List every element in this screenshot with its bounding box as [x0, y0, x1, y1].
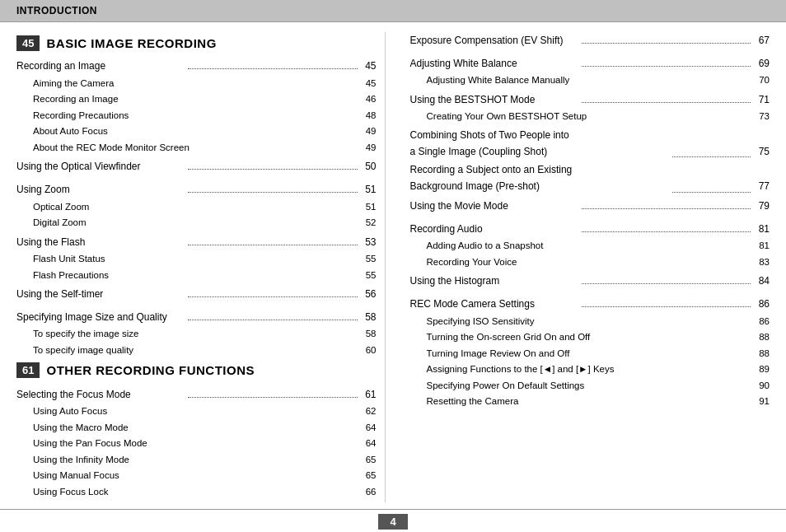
toc-dots [188, 397, 357, 398]
toc-sub-optical-zoom: Optical Zoom 51 [16, 199, 377, 216]
toc-entry-recording-subject: Recording a Subject onto an Existing Bac… [410, 162, 770, 195]
toc-sub-label: About the REC Mode Monitor Screen [33, 140, 360, 156]
toc-entry-focus-mode: Selecting the Focus Mode 61 [16, 386, 377, 404]
toc-entry-self-timer: Using the Self-timer 56 [16, 286, 377, 304]
toc-sub-assign-functions: Assigning Functions to the [◄] and [►] K… [410, 362, 770, 378]
toc-sub-infinity-mode: Using the Infinity Mode 65 [16, 452, 377, 469]
toc-label: Using Zoom [16, 181, 185, 199]
toc-label: REC Mode Camera Settings [410, 296, 579, 314]
toc-sub-page: 52 [360, 215, 377, 231]
toc-sub-label: Flash Unit Status [33, 251, 360, 268]
toc-dots [582, 283, 751, 284]
toc-page: 69 [753, 55, 770, 73]
toc-page: 61 [360, 386, 377, 404]
toc-sub-label: Specifying Power On Default Settings [427, 378, 754, 394]
toc-page: 75 [753, 144, 770, 161]
toc-group-rec-mode-settings: REC Mode Camera Settings 86 Specifying I… [410, 296, 770, 410]
toc-page: 51 [360, 181, 377, 199]
toc-sub-label: Digital Zoom [33, 215, 360, 231]
toc-sub-page: 64 [360, 420, 377, 436]
toc-sub-recording-image: Recording an Image 46 [16, 91, 377, 108]
toc-label: Using the BESTSHOT Mode [410, 91, 579, 110]
toc-label: Using the Self-timer [16, 286, 185, 304]
toc-sub-label: Turning the On-screen Grid On and Off [427, 329, 754, 346]
toc-dots [582, 306, 751, 307]
toc-sub-label: Using Auto Focus [33, 404, 360, 420]
toc-sub-page: 62 [360, 404, 377, 420]
header-label: INTRODUCTION [16, 5, 97, 16]
section-61-title: OTHER RECORDING FUNCTIONS [46, 363, 255, 377]
toc-label: Using the Movie Mode [410, 198, 579, 216]
toc-group-focus: Selecting the Focus Mode 61 Using Auto F… [16, 386, 377, 501]
toc-sub-label: To specify image quality [33, 343, 360, 359]
toc-sub-page: 89 [753, 362, 770, 378]
toc-sub-label: Specifying ISO Sensitivity [427, 314, 754, 330]
toc-sub-power-on-settings: Specifying Power On Default Settings 90 [410, 378, 770, 394]
toc-entry-zoom: Using Zoom 51 [16, 181, 377, 199]
toc-sub-page: 70 [753, 72, 770, 89]
toc-sub-label: Aiming the Camera [33, 76, 360, 92]
toc-group-zoom: Using Zoom 51 Optical Zoom 51 Digital Zo… [16, 181, 377, 231]
toc-sub-label: Turning Image Review On and Off [427, 346, 754, 362]
toc-sub-label: Recording Your Voice [427, 254, 754, 271]
toc-sub-focus-lock: Using Focus Lock 66 [16, 484, 377, 501]
toc-sub-page: 64 [360, 436, 377, 452]
toc-sub-page: 51 [360, 199, 377, 216]
toc-sub-label: Resetting the Camera [427, 394, 754, 410]
toc-dots [188, 169, 357, 170]
toc-label: Using the Flash [16, 234, 185, 252]
toc-page: 79 [753, 198, 770, 216]
section-61-number: 61 [16, 362, 40, 378]
toc-label: Adjusting White Balance [410, 55, 579, 73]
toc-label: Selecting the Focus Mode [16, 386, 185, 404]
toc-entry-histogram: Using the Histogram 84 [410, 273, 770, 291]
toc-dots [188, 320, 357, 320]
toc-sub-macro-mode: Using the Macro Mode 64 [16, 420, 377, 436]
toc-entry-recording-image: Recording an Image 45 [16, 58, 377, 76]
toc-sub-page: 73 [753, 109, 770, 125]
toc-sub-label: Using the Macro Mode [33, 420, 360, 436]
toc-sub-iso-sensitivity: Specifying ISO Sensitivity 86 [410, 314, 770, 330]
toc-page: 58 [360, 309, 377, 327]
toc-dots [188, 245, 357, 245]
toc-sub-label: Recording an Image [33, 91, 360, 108]
toc-entry-rec-mode-settings: REC Mode Camera Settings 86 [410, 296, 770, 314]
toc-sub-auto-focus: Using Auto Focus 62 [16, 404, 377, 420]
toc-sub-digital-zoom: Digital Zoom 52 [16, 215, 377, 231]
toc-page: 53 [360, 234, 377, 252]
toc-sub-page: 49 [360, 140, 377, 156]
toc-sub-page: 83 [753, 254, 770, 271]
toc-sub-page: 81 [753, 238, 770, 254]
toc-sub-label: Using Focus Lock [33, 484, 360, 501]
toc-page: 84 [753, 273, 770, 291]
toc-label: Specifying Image Size and Quality [16, 309, 185, 327]
toc-sub-manual-focus: Using Manual Focus 65 [16, 468, 377, 484]
toc-sub-pan-focus: Using the Pan Focus Mode 64 [16, 436, 377, 452]
toc-sub-label: Adjusting White Balance Manually [427, 72, 754, 89]
toc-sub-image-size: To specify the image size 58 [16, 326, 377, 343]
toc-sub-bestshot-setup: Creating Your Own BESTSHOT Setup 73 [410, 109, 770, 125]
toc-entry-movie-mode: Using the Movie Mode 79 [410, 198, 770, 216]
toc-dots [582, 43, 751, 44]
toc-sub-label: Using the Pan Focus Mode [33, 436, 360, 452]
toc-page: 77 [753, 179, 770, 195]
toc-group-recording: Recording an Image 45 Aiming the Camera … [16, 58, 377, 156]
toc-dots [672, 192, 751, 193]
left-column: 45 BASIC IMAGE RECORDING Recording an Im… [16, 32, 386, 502]
toc-sub-page: 55 [360, 268, 377, 284]
right-column: Exposure Compensation (EV Shift) 67 Adju… [402, 32, 770, 502]
section-45-number: 45 [16, 35, 40, 51]
toc-sub-label: About Auto Focus [33, 124, 360, 140]
toc-label: Recording an Image [16, 58, 185, 76]
toc-label: Using the Histogram [410, 273, 579, 291]
toc-group-bestshot: Using the BESTSHOT Mode 71 Creating Your… [410, 91, 770, 125]
toc-dots [582, 66, 751, 67]
toc-dots [672, 156, 751, 157]
toc-sub-precautions: Recording Precautions 48 [16, 108, 377, 124]
toc-page: 50 [360, 158, 377, 176]
toc-sub-label: To specify the image size [33, 326, 360, 343]
toc-sub-label: Adding Audio to a Snapshot [427, 238, 754, 254]
toc-dots [582, 208, 751, 209]
toc-label: Exposure Compensation (EV Shift) [410, 32, 579, 50]
toc-group-image-size: Specifying Image Size and Quality 58 To … [16, 309, 377, 359]
